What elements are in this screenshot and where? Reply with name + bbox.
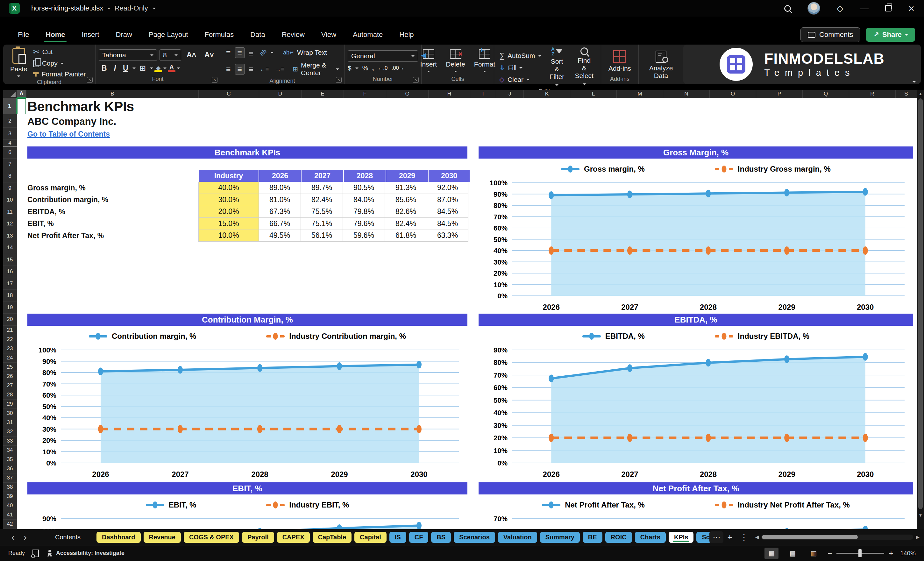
page-layout-view-button[interactable]: ▤ [786,548,800,559]
autosum-button[interactable]: ∑AutoSum [497,50,543,61]
middle-align-button[interactable]: ≡ [235,48,245,58]
sheet-tab-cf[interactable]: CF [409,532,429,543]
macro-record-icon[interactable] [33,549,39,557]
addins-button[interactable]: Add-ins [604,50,635,72]
sheet-canvas[interactable]: 1234678910111213141516171819202122232425… [3,98,917,529]
row-header-28[interactable]: 28 [3,390,17,400]
menu-tab-review[interactable]: Review [273,27,313,42]
row-header-4[interactable]: 4 [3,140,17,147]
value-cell[interactable]: 91.3% [385,182,427,194]
sheet-tab-kpis[interactable]: KPIs [669,532,693,543]
decrease-indent-button[interactable]: ←≡ [257,66,272,73]
column-header-q[interactable]: Q [803,90,849,98]
menu-tab-insert[interactable]: Insert [74,27,108,42]
row-header-27[interactable]: 27 [3,381,17,390]
column-header-o[interactable]: O [710,90,756,98]
row-header-22[interactable]: 22 [3,335,17,344]
row-header-18[interactable]: 18 [3,290,17,302]
row-header-35[interactable]: 35 [3,455,17,464]
sheet-tab-capital[interactable]: Capital [354,532,387,543]
value-cell[interactable]: 82.4% [301,194,343,206]
chart-ebitda[interactable]: EBITDA, %EBITDA, %Industry EBITDA, %90%8… [478,314,913,482]
menu-tab-page-layout[interactable]: Page Layout [140,27,196,42]
scroll-up-icon[interactable]: ▲ [917,92,924,96]
new-sheet-button[interactable]: + [723,532,736,542]
zoom-slider[interactable] [837,553,884,554]
zoom-in-button[interactable]: + [889,549,893,558]
percent-style-button[interactable]: % [362,64,368,72]
search-icon[interactable] [784,5,791,12]
row-header-26[interactable]: 26 [3,372,17,381]
row-header-39[interactable]: 39 [3,492,17,501]
menu-tab-file[interactable]: File [9,27,37,42]
value-cell[interactable]: 79.8% [343,206,385,218]
industry-value-cell[interactable]: 15.0% [198,218,259,230]
sheet-tab-dashboard[interactable]: Dashboard [96,532,140,543]
analyze-data-button[interactable]: Analyze Data [645,51,677,80]
table-header-2026[interactable]: 2026 [259,170,302,182]
row-label[interactable]: Gross margin, % [27,182,199,194]
fill-color-button[interactable]: ◆ [154,64,162,72]
row-header-21[interactable]: 21 [3,326,17,335]
currency-format-button[interactable]: $ [348,64,351,72]
row-header-6[interactable]: 6 [3,147,17,159]
value-cell[interactable]: 81.0% [258,194,301,206]
more-sheets-button[interactable]: ⋯ [710,531,723,543]
comments-button[interactable]: Comments [801,27,860,42]
cut-button[interactable]: ✂Cut [31,46,88,57]
sheet-tab-summary[interactable]: Summary [540,532,580,543]
menu-tab-automate[interactable]: Automate [345,27,391,42]
row-header-36[interactable]: 36 [3,464,17,474]
cell-company-name[interactable]: ABC Company Inc. [27,116,116,128]
grow-font-button[interactable]: A˄ [184,50,199,60]
clear-button[interactable]: ◇Clear [497,75,543,85]
column-header-f[interactable]: F [344,90,386,98]
value-cell[interactable]: 84.5% [427,218,468,230]
table-header-2028[interactable]: 2028 [344,170,386,182]
value-cell[interactable]: 89.7% [301,182,343,194]
vertical-scrollbar[interactable]: ▲ ▼ [917,90,924,529]
share-button[interactable]: ↗ Share [866,28,915,42]
vertical-scroll-thumb[interactable] [918,98,923,509]
underline-button[interactable]: U [120,63,131,73]
font-family-select[interactable]: Tahoma [99,50,157,61]
value-cell[interactable]: 84.5% [427,206,468,218]
currency-chevron-icon[interactable] [356,68,358,70]
bottom-align-button[interactable]: ≡ [246,46,256,58]
table-of-contents-link[interactable]: Go to Table of Contents [27,130,110,138]
value-cell[interactable]: 75.5% [301,206,343,218]
column-header-d[interactable]: D [259,90,302,98]
column-header-p[interactable]: P [756,90,803,98]
row-header-12[interactable]: 12 [3,218,17,230]
chart-contribution-margin[interactable]: Contribution Margin, %Contribution margi… [27,314,467,482]
column-header-n[interactable]: N [663,90,710,98]
value-cell[interactable]: 82.6% [385,206,427,218]
value-cell[interactable]: 82.4% [385,218,427,230]
value-cell[interactable]: 66.7% [258,218,301,230]
table-header-2030[interactable]: 2030 [429,170,470,182]
row-header-19[interactable]: 19 [3,302,17,314]
value-cell[interactable]: 59.6% [343,230,385,242]
row-header-23[interactable]: 23 [3,344,17,353]
sort-filter-button[interactable]: AZ Sort & Filter [545,46,569,88]
decrease-decimal-button[interactable]: .00→ [392,65,404,71]
column-header-h[interactable]: H [429,90,470,98]
column-header-e[interactable]: E [302,90,344,98]
column-header-i[interactable]: I [470,90,496,98]
industry-value-cell[interactable]: 10.0% [198,230,259,242]
row-header-17[interactable]: 17 [3,278,17,290]
borders-chevron-icon[interactable] [150,68,153,70]
value-cell[interactable]: 85.6% [385,194,427,206]
column-header-a[interactable]: A [17,90,26,98]
row-header-34[interactable]: 34 [3,446,17,455]
row-header-2[interactable]: 2 [3,114,17,128]
value-cell[interactable]: 84.0% [343,194,385,206]
zoom-slider-thumb[interactable] [858,549,862,557]
menu-tab-draw[interactable]: Draw [108,27,140,42]
restore-window-button[interactable] [885,5,891,12]
scroll-down-icon[interactable]: ▼ [917,513,924,518]
sheet-tab-be[interactable]: BE [583,532,602,543]
column-header-m[interactable]: M [617,90,663,98]
page-break-view-button[interactable]: ▥ [807,548,820,559]
hscroll-track[interactable] [761,535,913,540]
